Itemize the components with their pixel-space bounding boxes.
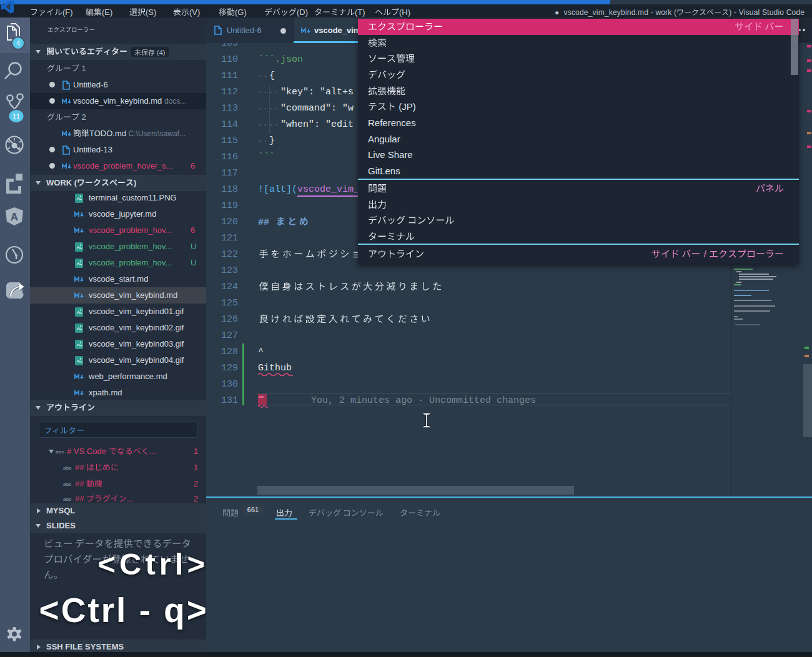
svg-text:11: 11 — [12, 112, 21, 121]
svg-text:4: 4 — [16, 39, 20, 47]
svg-text:A: A — [11, 211, 18, 223]
